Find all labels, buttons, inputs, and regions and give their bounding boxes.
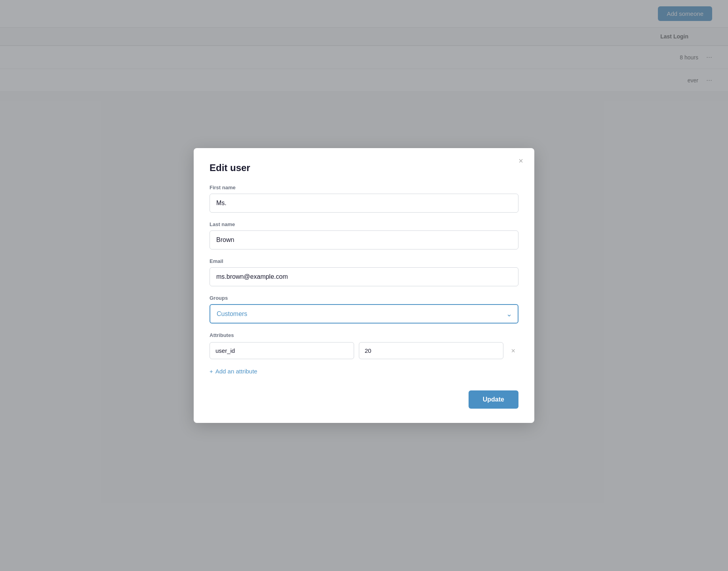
attribute-key-input[interactable] xyxy=(210,342,354,359)
first-name-input[interactable] xyxy=(210,194,518,213)
add-attribute-label: Add an attribute xyxy=(215,368,257,375)
groups-select-wrapper: Customers Admins Staff ⌄ xyxy=(210,304,518,324)
groups-label: Groups xyxy=(210,295,518,301)
first-name-label: First name xyxy=(210,185,518,190)
groups-group: Groups Customers Admins Staff ⌄ xyxy=(210,295,518,324)
attribute-value-input[interactable] xyxy=(359,342,503,359)
plus-icon: + xyxy=(210,368,213,375)
last-name-input[interactable] xyxy=(210,230,518,249)
add-attribute-button[interactable]: + Add an attribute xyxy=(210,365,257,378)
attributes-label: Attributes xyxy=(210,332,518,338)
last-name-group: Last name xyxy=(210,221,518,249)
email-label: Email xyxy=(210,258,518,264)
modal-footer: Update xyxy=(210,390,518,409)
edit-user-modal: Edit user × First name Last name Email G… xyxy=(194,148,534,423)
attributes-group: Attributes × + Add an attribute xyxy=(210,332,518,378)
remove-attribute-button[interactable]: × xyxy=(508,346,519,356)
email-input[interactable] xyxy=(210,267,518,286)
modal-title: Edit user xyxy=(210,162,518,173)
update-button[interactable]: Update xyxy=(469,390,518,409)
first-name-group: First name xyxy=(210,185,518,213)
close-button[interactable]: × xyxy=(518,157,523,165)
last-name-label: Last name xyxy=(210,221,518,227)
email-group: Email xyxy=(210,258,518,286)
modal-overlay: Edit user × First name Last name Email G… xyxy=(0,0,728,571)
attribute-row: × xyxy=(210,342,518,359)
groups-select[interactable]: Customers Admins Staff xyxy=(210,304,518,324)
